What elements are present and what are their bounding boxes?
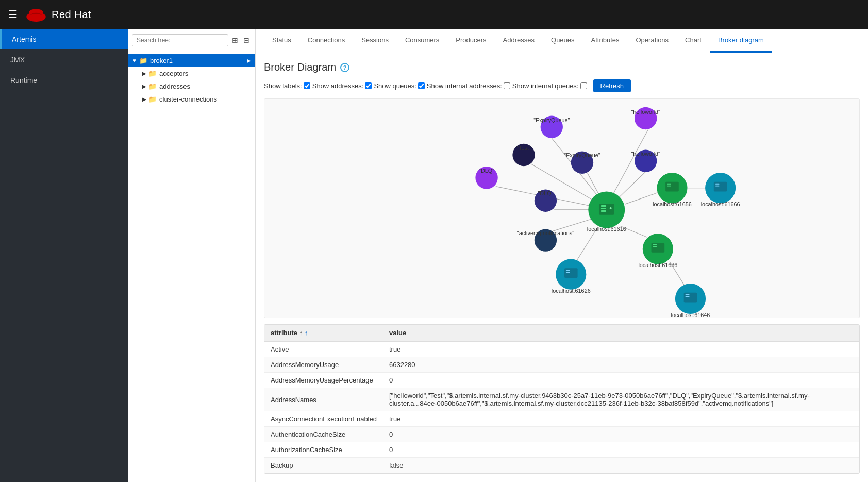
server-icon-l4 xyxy=(715,186,720,187)
tree-search-input[interactable] xyxy=(132,34,228,46)
show-internal-queues-checkbox[interactable] xyxy=(580,82,587,89)
tab-queues[interactable]: Queues xyxy=(543,29,583,53)
show-internal-addresses-label[interactable]: Show internal addresses: xyxy=(427,82,510,90)
arrow-icon: ▶ xyxy=(142,71,146,76)
hamburger-menu[interactable]: ☰ xyxy=(8,8,18,21)
show-labels-label[interactable]: Show labels: xyxy=(264,82,310,90)
sidebar-item-jmx[interactable]: JMX xyxy=(0,49,128,70)
server-icon-body2 xyxy=(665,182,679,192)
edge xyxy=(576,227,597,261)
server-icon-l8 xyxy=(566,272,570,273)
attribute-cell: AddressMemoryUsage xyxy=(264,357,383,373)
tree-node-label: cluster-connections xyxy=(159,95,217,103)
sidebar-item-runtime[interactable]: Runtime xyxy=(0,70,128,91)
server-icon-l7 xyxy=(566,270,570,271)
tab-sessions[interactable]: Sessions xyxy=(353,29,397,53)
tree-node-broker1[interactable]: ▼ 📁 broker1 ▶ xyxy=(128,54,255,67)
refresh-button[interactable]: Refresh xyxy=(593,79,631,92)
node-label-activemq: "activemq.notifications" xyxy=(517,230,574,236)
node-label-broker61636: localhost:61636 xyxy=(638,262,677,268)
attribute-cell: Backup xyxy=(264,458,383,473)
column-header-value[interactable]: value xyxy=(383,325,859,341)
brand-name: Red Hat xyxy=(52,9,91,21)
node-label-broker61656: localhost:61656 xyxy=(653,201,692,207)
tree-search-bar: ⊞ ⊟ xyxy=(128,29,255,52)
node-label-expiry2: "ExpiryQueue" xyxy=(564,152,600,158)
arrow-icon: ▶ xyxy=(142,96,146,102)
tab-broker-diagram[interactable]: Broker diagram xyxy=(710,29,772,53)
controls-row: Show labels: Show addresses: Show queues… xyxy=(264,79,860,92)
tab-attributes[interactable]: Attributes xyxy=(583,29,628,53)
main-content: Status Connections Sessions Consumers Pr… xyxy=(256,29,868,482)
folder-icon: 📁 xyxy=(148,95,157,103)
table-row[interactable]: AuthenticationCacheSize0 xyxy=(264,427,859,442)
server-icon-line1 xyxy=(601,205,606,207)
arrow-icon: ▼ xyxy=(132,58,137,63)
node-label-broker61626: localhost:61626 xyxy=(552,288,591,294)
attribute-cell: AddressMemoryUsagePercentage xyxy=(264,373,383,388)
server-icon-l5 xyxy=(653,244,657,245)
tab-operations[interactable]: Operations xyxy=(628,29,677,53)
value-cell: 0 xyxy=(383,442,859,458)
table-row[interactable]: Backupfalse xyxy=(264,458,859,473)
tree-node-arrow-right: ▶ xyxy=(247,58,251,63)
server-icon-body5 xyxy=(564,268,578,278)
show-queues-checkbox[interactable] xyxy=(418,82,425,89)
show-internal-queues-label[interactable]: Show internal queues: xyxy=(512,82,587,90)
tab-consumers[interactable]: Consumers xyxy=(397,29,447,53)
show-internal-addresses-checkbox[interactable] xyxy=(504,82,510,89)
tree-node-addresses[interactable]: ▶ 📁 addresses xyxy=(128,80,255,93)
show-queues-text: Show queues: xyxy=(374,82,416,90)
server-icon-dot xyxy=(610,207,612,209)
column-header-attribute[interactable]: attribute ↑ xyxy=(264,325,383,341)
tree-node-cluster-connections[interactable]: ▶ 📁 cluster-connections xyxy=(128,93,255,106)
table-row[interactable]: AddressMemoryUsage6632280 xyxy=(264,357,859,373)
tree-items: ▼ 📁 broker1 ▶ ▶ 📁 acceptors ▶ 📁 addresse… xyxy=(128,52,255,108)
diagram-area: "ExpiryQueue" "helloworld" "Test" "Expir… xyxy=(264,98,860,318)
server-icon-body3 xyxy=(714,182,727,192)
node-label-helloworld1: "helloworld" xyxy=(631,109,660,115)
table-row[interactable]: Activetrue xyxy=(264,341,859,357)
page-title: Broker Diagram xyxy=(264,61,336,73)
server-icon-l3 xyxy=(715,184,720,185)
show-addresses-label[interactable]: Show addresses: xyxy=(312,82,372,90)
server-icon-body6 xyxy=(684,293,697,303)
table-row[interactable]: AuthorizationCacheSize0 xyxy=(264,442,859,458)
tab-connections[interactable]: Connections xyxy=(299,29,353,53)
show-queues-label[interactable]: Show queues: xyxy=(374,82,424,90)
value-cell: true xyxy=(383,341,859,357)
folder-icon: 📁 xyxy=(139,57,147,64)
value-cell: true xyxy=(383,411,859,427)
show-labels-checkbox[interactable] xyxy=(304,82,310,89)
sidebar-item-artemis[interactable]: Artemis xyxy=(0,29,128,49)
tree-node-label: acceptors xyxy=(159,70,188,77)
node-label-broker61646: localhost:61646 xyxy=(671,312,710,318)
value-cell: 0 xyxy=(383,427,859,442)
collapse-all-icon[interactable]: ⊟ xyxy=(242,35,251,45)
app-layout: Artemis JMX Runtime ⊞ ⊟ ▼ 📁 broker1 ▶ ▶ … xyxy=(0,29,868,482)
tab-status[interactable]: Status xyxy=(264,29,299,53)
node-label-broker61666: localhost:61666 xyxy=(701,201,740,207)
table-row[interactable]: AddressNames["helloworld","Test","$.arte… xyxy=(264,388,859,411)
redhat-logo-icon xyxy=(26,5,46,24)
tree-node-acceptors[interactable]: ▶ 📁 acceptors xyxy=(128,67,255,80)
show-addresses-checkbox[interactable] xyxy=(365,82,372,89)
node-label-broker61616: localhost:61616 xyxy=(587,226,626,232)
arrow-icon: ▶ xyxy=(142,84,146,89)
table-row[interactable]: AddressMemoryUsagePercentage0 xyxy=(264,373,859,388)
attribute-cell: AuthenticationCacheSize xyxy=(264,427,383,442)
folder-icon: 📁 xyxy=(148,82,157,90)
show-labels-text: Show labels: xyxy=(264,82,302,90)
show-addresses-text: Show addresses: xyxy=(312,82,364,90)
attribute-cell: AddressNames xyxy=(264,388,383,411)
attribute-cell: AuthorizationCacheSize xyxy=(264,442,383,458)
tab-producers[interactable]: Producers xyxy=(447,29,494,53)
value-cell: false xyxy=(383,458,859,473)
help-icon[interactable]: ? xyxy=(340,63,349,72)
broker-diagram-svg: "ExpiryQueue" "helloworld" "Test" "Expir… xyxy=(264,99,859,318)
tree-search-icons: ⊞ ⊟ xyxy=(230,35,251,45)
expand-all-icon[interactable]: ⊞ xyxy=(230,35,240,45)
tab-chart[interactable]: Chart xyxy=(677,29,710,53)
table-row[interactable]: AsyncConnectionExecutionEnabledtrue xyxy=(264,411,859,427)
tab-addresses[interactable]: Addresses xyxy=(495,29,543,53)
